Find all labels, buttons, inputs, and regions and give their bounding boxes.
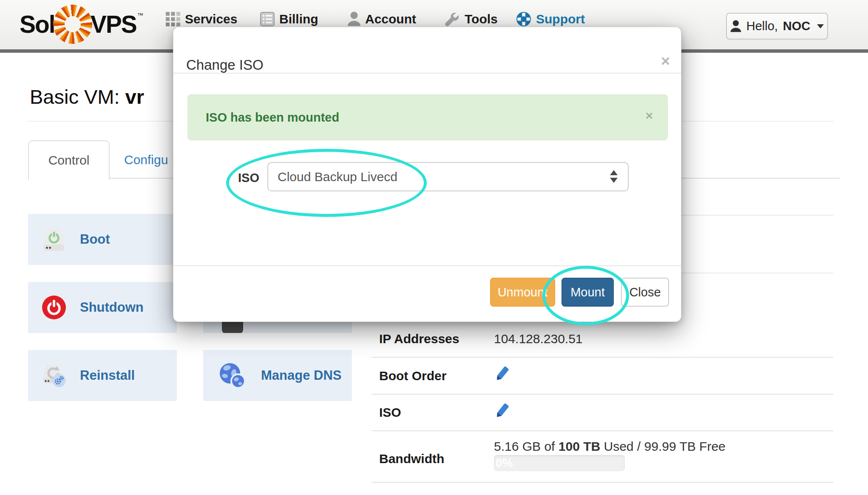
modal-header-divider [173, 73, 681, 74]
detail-row-divider [372, 357, 833, 358]
vps-control-panel: Sol VPS ™ Services Billing Account [0, 0, 868, 495]
tab-label: Configu [124, 153, 168, 167]
tab-configuration[interactable]: Configu [124, 151, 168, 168]
logo-text-vps: VPS [91, 10, 136, 38]
user-name: NOC [783, 19, 810, 33]
boot-server-icon [28, 227, 80, 252]
close-button[interactable]: Close [621, 278, 669, 307]
tab-label: Control [48, 153, 90, 168]
page-title: Basic VM: vr [30, 85, 144, 108]
chevron-down-icon [817, 24, 824, 28]
invoice-icon [260, 12, 275, 26]
person-icon [348, 11, 360, 27]
grid-icon [166, 12, 180, 26]
iso-select[interactable]: Cloud Backup Livecd [267, 162, 629, 191]
pencil-icon[interactable] [494, 401, 511, 418]
nav-item-tools[interactable]: Tools [443, 10, 498, 28]
solvps-logo[interactable]: Sol VPS ™ [20, 3, 144, 45]
wrench-icon [443, 11, 460, 28]
success-alert: ISO has been mounted × [187, 94, 668, 140]
card-label: Reinstall [80, 368, 135, 383]
logo-text-sol: Sol [20, 10, 55, 38]
tab-control[interactable]: Control [28, 140, 110, 179]
reinstall-icon [28, 363, 80, 388]
page-title-vm-name: vr [125, 85, 144, 108]
iso-field-label: ISO [224, 171, 259, 185]
trademark-symbol: ™ [137, 11, 144, 19]
detail-label-bandwidth: Bandwidth [379, 452, 444, 466]
change-iso-modal: Change ISO × ISO has been mounted × ISO … [173, 27, 681, 322]
nav-label: Support [536, 12, 585, 26]
modal-close-icon[interactable]: × [661, 54, 670, 69]
boot-button[interactable]: Boot [28, 214, 177, 265]
progress-percent-label: 0% [494, 456, 513, 470]
power-icon [28, 295, 80, 320]
globe-icon [203, 362, 261, 389]
detail-row-divider [372, 430, 833, 431]
shutdown-button[interactable]: Shutdown [28, 282, 177, 333]
mount-button[interactable]: Mount [562, 278, 614, 307]
bandwidth-prefix: 5.16 GB of [494, 439, 559, 453]
nav-label: Account [365, 12, 416, 26]
bandwidth-suffix: Used / 99.99 TB Free [600, 439, 726, 453]
user-icon [730, 20, 741, 33]
iso-select-value: Cloud Backup Livecd [278, 170, 397, 184]
manage-dns-button[interactable]: Manage DNS [203, 350, 352, 401]
nav-item-billing[interactable]: Billing [260, 10, 318, 28]
detail-row-divider [372, 394, 833, 395]
unmount-button[interactable]: Unmount [490, 278, 555, 307]
bandwidth-usage-text: 5.16 GB of 100 TB Used / 99.99 TB Free [494, 439, 726, 454]
nav-item-support[interactable]: Support [516, 10, 585, 28]
card-label: Shutdown [80, 300, 144, 315]
detail-label-boot-order: Boot Order [379, 369, 446, 383]
nav-label: Tools [465, 12, 498, 26]
modal-footer-divider [173, 265, 681, 266]
user-menu-button[interactable]: Hello, NOC [726, 13, 828, 40]
card-label: Boot [80, 232, 110, 247]
pencil-icon[interactable] [494, 364, 511, 381]
reinstall-button[interactable]: Reinstall [28, 350, 177, 401]
user-greeting: Hello, [746, 19, 778, 33]
alert-message: ISO has been mounted [206, 95, 339, 140]
select-arrows-icon [610, 170, 618, 183]
nav-label: Billing [279, 12, 318, 26]
alert-close-icon[interactable]: × [645, 109, 653, 122]
detail-row-divider [372, 482, 833, 483]
detail-label-iso: ISO [379, 405, 401, 420]
bandwidth-progress-bar: 0% [494, 455, 625, 471]
modal-title: Change ISO [186, 57, 264, 73]
life-ring-icon [516, 11, 531, 27]
page-title-prefix: Basic VM: [30, 85, 125, 108]
bandwidth-quota: 100 TB [559, 439, 600, 453]
card-label: Manage DNS [261, 368, 341, 383]
nav-item-services[interactable]: Services [166, 10, 237, 28]
nav-item-account[interactable]: Account [348, 10, 416, 28]
nav-label: Services [185, 12, 237, 26]
sun-swirl-icon [53, 5, 92, 44]
detail-label-ip: IP Addresses [379, 332, 459, 346]
detail-value-ip: 104.128.230.51 [494, 332, 583, 346]
